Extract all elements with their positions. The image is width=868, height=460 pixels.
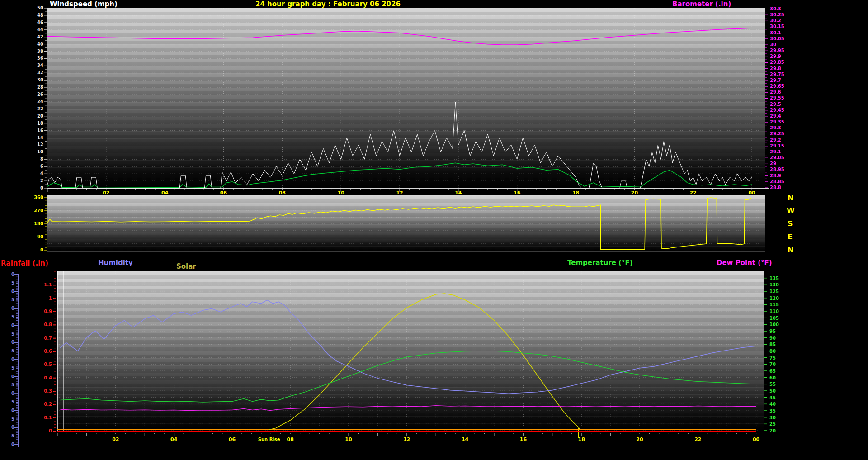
rainfall-tick-label: 1: [49, 296, 52, 301]
charts-overlay: 5048464442403836343230282624222018161412…: [0, 0, 868, 460]
barometer-tick-label: 29.85: [770, 60, 784, 65]
hour-label: 08: [287, 436, 294, 442]
temperature-tick-label: 50: [769, 389, 776, 394]
humidity-tick-digit: 5: [11, 297, 14, 302]
barometer-tick-label: 29.4: [770, 114, 781, 119]
barometer-tick-label: 28.95: [770, 167, 784, 172]
humidity-tick-digit: 0: [11, 391, 14, 396]
wind-direction-line: [47, 198, 752, 250]
barometer-tick-label: 29.25: [770, 131, 784, 136]
hour-label: 14: [462, 436, 469, 442]
humidity-tick-digit: 0: [11, 272, 14, 277]
temperature-tick-label: 125: [769, 289, 779, 294]
rainfall-tick-label: 0.1: [44, 415, 52, 420]
rainfall-tick-label: 0.7: [44, 336, 52, 341]
humidity-pct-line: [60, 300, 756, 394]
humidity-tick-digit: 5: [11, 332, 14, 337]
barometer-tick-label: 29.45: [770, 108, 784, 113]
barometer-tick-label: 29.75: [770, 72, 784, 77]
barometer-line: [47, 28, 752, 45]
temperature-tick-label: 45: [769, 395, 776, 400]
dew-point-f-line: [60, 406, 756, 411]
hour-label: 04: [161, 190, 169, 196]
hour-label: 18: [572, 190, 579, 196]
barometer-tick-label: 30.15: [770, 24, 784, 29]
humidity-tick-digit: 5: [11, 417, 14, 422]
rainfall-tick-label: 0.4: [44, 375, 52, 380]
hour-label: 16: [514, 190, 521, 196]
hour-label: 22: [694, 436, 701, 442]
temperature-tick-label: 120: [769, 296, 779, 301]
hour-label: 08: [279, 190, 286, 196]
windspeed-tick-label: 18: [37, 121, 43, 126]
barometer-tick-label: 28.9: [770, 173, 781, 178]
barometer-tick-label: 29.5: [770, 102, 781, 107]
barometer-tick-label: 28.85: [770, 179, 784, 184]
barometer-tick-label: 30.05: [770, 36, 784, 41]
barometer-tick-label: 28.8: [770, 185, 781, 190]
windspeed-tick-label: 6: [40, 164, 43, 169]
hour-label: 18: [578, 436, 585, 442]
humidity-tick-digit: 0: [11, 357, 14, 362]
humidity-tick-digit: 5: [11, 280, 14, 285]
temperature-tick-label: 135: [769, 276, 779, 281]
weather-dashboard: Windspeed (mph) 24 hour graph day : Febr…: [0, 0, 868, 460]
rainfall-tick-label: 0.6: [44, 349, 52, 354]
humidity-tick-digit: 5: [11, 382, 14, 387]
windspeed-tick-label: 26: [37, 92, 43, 97]
barometer-tick-label: 29.15: [770, 143, 784, 148]
humidity-tick-digit: 0: [11, 425, 14, 430]
direction-tick-label: 0: [40, 247, 43, 252]
solar-normalized-line: [269, 294, 580, 430]
humidity-tick-digit: 5: [11, 365, 14, 370]
barometer-tick-label: 29.05: [770, 155, 784, 160]
rainfall-tick-label: 0.3: [44, 389, 52, 394]
windspeed-tick-label: 14: [37, 135, 43, 140]
windspeed-tick-label: 10: [37, 149, 43, 154]
hour-label: 20: [631, 190, 638, 196]
sunrise-label: Sun Rise: [258, 437, 280, 442]
hour-label: 10: [338, 190, 345, 196]
hour-label: 16: [520, 436, 527, 442]
barometer-tick-label: 29: [770, 161, 776, 166]
temperature-tick-label: 80: [769, 349, 776, 354]
temperature-tick-label: 110: [769, 309, 779, 314]
windspeed-tick-label: 48: [37, 13, 43, 18]
humidity-tick-digit: 0: [11, 306, 14, 311]
temperature-tick-label: 60: [769, 375, 776, 380]
hour-label: 00: [748, 190, 755, 196]
barometer-tick-label: 29.55: [770, 95, 784, 100]
hour-label: 02: [103, 190, 109, 196]
temperature-tick-label: 115: [769, 302, 779, 307]
temperature-tick-label: 90: [769, 336, 776, 341]
temperature-tick-label: 75: [769, 356, 776, 360]
windspeed-tick-label: 36: [37, 56, 43, 61]
windspeed-tick-label: 16: [37, 128, 43, 133]
hour-label: 10: [345, 436, 352, 442]
windspeed-tick-label: 8: [40, 156, 43, 161]
humidity-tick-digit: 0: [11, 408, 14, 413]
windspeed-tick-label: 46: [37, 20, 43, 25]
humidity-tick-digit: 0: [11, 442, 14, 447]
barometer-tick-label: 29.7: [770, 78, 781, 83]
rainfall-tick-label: 0: [49, 428, 52, 433]
hour-label: 06: [229, 436, 236, 442]
direction-tick-label: 360: [34, 195, 43, 200]
rainfall-tick-label: 0.8: [44, 322, 52, 327]
humidity-tick-digit: 0: [11, 289, 14, 294]
hour-label: 02: [112, 436, 119, 442]
barometer-tick-label: 29.2: [770, 138, 781, 142]
temperature-tick-label: 20: [769, 428, 776, 433]
barometer-tick-label: 29.3: [770, 125, 781, 130]
barometer-tick-label: 29.65: [770, 84, 784, 89]
rainfall-tick-label: 0.2: [44, 402, 52, 407]
windspeed-tick-label: 50: [37, 5, 43, 10]
temperature-f-line: [60, 351, 756, 402]
barometer-tick-label: 29.1: [770, 149, 781, 154]
temperature-tick-label: 30: [769, 415, 776, 420]
barometer-tick-label: 29.35: [770, 119, 784, 124]
direction-tick-label: 180: [34, 221, 43, 226]
temperature-tick-label: 25: [769, 422, 776, 427]
humidity-tick-digit: 5: [11, 399, 14, 404]
barometer-tick-label: 29.9: [770, 54, 781, 59]
